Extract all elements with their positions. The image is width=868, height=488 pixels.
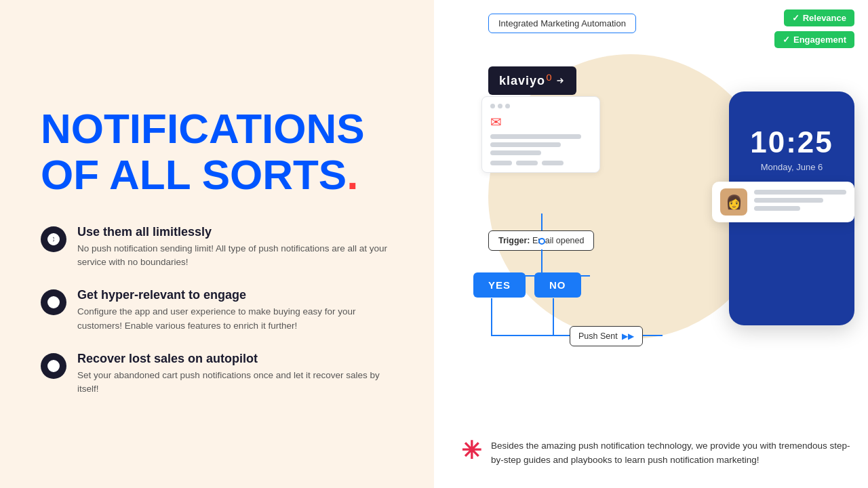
push-sent-arrows: ▶▶ xyxy=(622,331,634,341)
notification-card: 👩 xyxy=(712,182,854,222)
title-line1: NOTIFICATIONS xyxy=(41,105,365,152)
left-panel: NOTIFICATIONS OF ALL SORTS. Use them all… xyxy=(0,0,434,488)
check-icon-relevance: ✓ xyxy=(792,13,800,23)
email-line-3 xyxy=(490,150,541,155)
feature-text-hyper-relevant: Get hyper-relevant to engage Configure t… xyxy=(77,288,393,333)
email-icon: ✉ xyxy=(490,114,591,130)
yes-button[interactable]: YES xyxy=(473,272,526,298)
feature-heading-2: Get hyper-relevant to engage xyxy=(77,288,393,302)
feature-heading-3: Recover lost sales on autopilot xyxy=(77,352,393,366)
trigger-label: Trigger: xyxy=(498,236,530,245)
relevance-badge: ✓ Relevance xyxy=(784,9,854,26)
email-line-2 xyxy=(490,142,561,147)
trigger-connector-dot xyxy=(538,238,545,245)
bottom-note-text: Besides the amazing push notification te… xyxy=(491,439,854,468)
feature-desc-3: Set your abandoned cart push notificatio… xyxy=(77,369,393,396)
feature-text-limitless: Use them all limitlessly No push notific… xyxy=(77,225,393,270)
email-footer xyxy=(490,161,591,165)
notif-line-2 xyxy=(754,198,823,203)
feature-list: Use them all limitlessly No push notific… xyxy=(41,225,393,396)
feature-item-limitless: Use them all limitlessly No push notific… xyxy=(41,225,393,270)
email-footer-btn-2 xyxy=(516,161,538,165)
connector-line-1 xyxy=(541,214,542,232)
phone-date: Monday, June 6 xyxy=(729,162,854,172)
connector-yes-line xyxy=(491,298,492,336)
feature-item-autopilot: Recover lost sales on autopilot Set your… xyxy=(41,352,393,396)
check-icon-engagement: ✓ xyxy=(783,35,790,45)
feature-desc-2: Configure the app and user experience to… xyxy=(77,305,393,333)
klaviyo-box: klaviyo ⁰ xyxy=(488,66,576,95)
klaviyo-logo-text: klaviyo xyxy=(499,74,545,88)
klaviyo-logo-dot: ⁰ xyxy=(546,72,552,89)
asterisk-icon: ✳ xyxy=(461,439,481,463)
email-footer-btn-1 xyxy=(490,161,512,165)
engagement-badge: ✓ Engagement xyxy=(774,31,854,48)
push-sent-label: Push Sent xyxy=(578,331,618,341)
notification-avatar: 👩 xyxy=(720,188,747,216)
engagement-label: Engagement xyxy=(793,35,846,45)
klaviyo-icon xyxy=(555,75,566,86)
feature-item-hyper-relevant: Get hyper-relevant to engage Configure t… xyxy=(41,288,393,333)
relevance-label: Relevance xyxy=(803,13,846,23)
push-sent-box: Push Sent ▶▶ xyxy=(570,326,643,346)
ima-box: Integrated Marketing Automation xyxy=(488,14,636,33)
notification-lines xyxy=(754,190,846,214)
arrow-circle-icon-3 xyxy=(41,353,66,379)
email-card: ✉ xyxy=(481,96,600,173)
no-button[interactable]: NO xyxy=(534,272,581,298)
arrow-icon-1: ▶▶ xyxy=(622,331,634,341)
feature-text-autopilot: Recover lost sales on autopilot Set your… xyxy=(77,352,393,396)
notif-line-1 xyxy=(754,190,846,195)
feature-heading-1: Use them all limitlessly xyxy=(77,225,393,239)
notif-line-3 xyxy=(754,206,800,211)
ima-label: Integrated Marketing Automation xyxy=(498,18,626,28)
phone-time: 10:25 xyxy=(729,125,854,159)
title-dot: . xyxy=(347,151,358,198)
email-footer-btn-3 xyxy=(542,161,564,165)
right-panel: Integrated Marketing Automation ✓ Releva… xyxy=(434,0,868,488)
bottom-note: ✳ Besides the amazing push notification … xyxy=(461,439,854,468)
email-dot-1 xyxy=(490,104,495,108)
feature-desc-1: No push notification sending limit! All … xyxy=(77,242,393,270)
title-line2: OF ALL SORTS xyxy=(41,151,347,198)
email-dot-2 xyxy=(498,104,502,108)
email-line-1 xyxy=(490,134,581,139)
email-dot-3 xyxy=(505,104,510,108)
arrow-circle-icon-1 xyxy=(41,226,66,252)
connector-no-line xyxy=(553,298,554,336)
email-card-dots xyxy=(490,104,591,108)
main-title: NOTIFICATIONS OF ALL SORTS. xyxy=(41,106,393,198)
arrow-circle-icon-2 xyxy=(41,289,66,315)
